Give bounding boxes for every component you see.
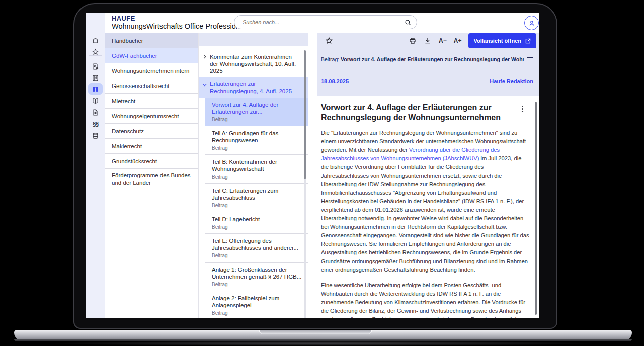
rail-divider <box>89 55 102 56</box>
document-tree: Kommentar zum Kontenrahmen der Wohnungsw… <box>199 33 308 318</box>
tree-header-strip <box>199 33 308 46</box>
product-name: WohnungsWirtschafts Office Professional <box>112 23 246 31</box>
nav-item-grundstuecksrecht[interactable]: Grundstücksrecht <box>105 154 198 169</box>
dictionary-book-icon[interactable] <box>88 95 103 106</box>
article-paragraph-2: Eine wesentliche Überarbeitung erfolgte … <box>321 281 529 318</box>
app-logo: HAUFE WohnungsWirtschafts Office Profess… <box>112 15 246 31</box>
article-title: Vorwort zur 4. Auflage der Erläuterungen… <box>321 103 521 123</box>
laptop-hinge-notch <box>259 330 372 334</box>
tree-subitem-teil-a[interactable]: Teil A: Grundlagen für das Rechnungswese… <box>205 126 308 154</box>
tree-item-kommentar[interactable]: Kommentar zum Kontenrahmen der Wohnungsw… <box>199 50 308 77</box>
category-nav: Handbücher GdW-Fachbücher Wohnungsuntern… <box>105 33 199 318</box>
breadcrumb: Beitrag: Vorwort zur 4. Auflage der Erlä… <box>321 56 524 62</box>
external-link-icon <box>525 38 531 44</box>
document-icon[interactable] <box>88 107 103 118</box>
tree-subitem-label: Teil D: Lagebericht <box>212 216 303 223</box>
content-toolbar: A− A+ Vollansicht öffnen <box>317 33 539 48</box>
tree-subitem-label: Teil B: Kontenrahmen der Wohnungswirtsch… <box>212 158 303 172</box>
paragraphs-icon[interactable]: §§ <box>88 119 103 130</box>
search-bar[interactable] <box>234 15 417 29</box>
content-panel: A− A+ Vollansicht öffnen Beitrag: Vorwor… <box>317 33 539 318</box>
address-book-icon[interactable] <box>88 72 103 83</box>
icon-rail: §§ <box>86 13 105 318</box>
database-icon[interactable] <box>88 130 103 141</box>
tree-scrollbar-thumb[interactable] <box>304 50 306 179</box>
tree-subitem-label: Vorwort zur 4. Auflage der Erläuterungen… <box>212 101 303 115</box>
tree-subitem-label: Anlage 1: Größenklassen der Unternehmen … <box>212 266 303 280</box>
font-smaller-button[interactable]: A− <box>439 37 447 44</box>
nav-item-wohnungsunternehmen-intern[interactable]: Wohnungsunternehmen intern <box>105 63 198 78</box>
document-date: 18.08.2025 <box>321 78 349 84</box>
nav-item-mietrecht[interactable]: Mietrecht <box>105 94 198 109</box>
laptop-shadow <box>45 341 599 346</box>
open-book-icon[interactable] <box>88 83 103 95</box>
tree-subitem-teil-e[interactable]: Teil E: Offenlegung des Jahresabschlusse… <box>205 233 308 262</box>
nav-item-handbuecher[interactable]: Handbücher <box>105 33 198 48</box>
tree-subitem-type: Beitrag <box>212 116 303 123</box>
fullview-label: Vollansicht öffnen <box>473 38 521 44</box>
tree-subitem-label: Anlage 2: Fallbeispiel zum Anlagenspiege… <box>212 295 303 309</box>
print-icon[interactable] <box>409 37 417 45</box>
tree-subitem-vorwort[interactable]: Vorwort zur 4. Auflage der Erläuterungen… <box>205 98 308 126</box>
tree-subitem-anlage-1[interactable]: Anlage 1: Größenklassen der Unternehmen … <box>205 262 308 291</box>
tree-subitem-label: Teil C: Erläuterungen zum Jahresabschlus… <box>212 187 303 201</box>
nav-item-foerderprogramme[interactable]: Förderprogramme des Bundes und der Lände… <box>105 169 198 189</box>
chevron-right-icon[interactable] <box>202 54 207 59</box>
nav-item-maklerrecht[interactable]: Maklerrecht <box>105 139 198 154</box>
tree-subitem-label: Teil A: Grundlagen für das Rechnungswese… <box>212 130 303 144</box>
nav-item-genossenschaftsrecht[interactable]: Genossenschaftsrecht <box>105 78 198 94</box>
tree-subitem-label: Teil E: Offenlegung des Jahresabschlusse… <box>212 237 303 251</box>
search-icon[interactable] <box>404 19 412 26</box>
nav-item-gdw-fachbuecher[interactable]: GdW-Fachbücher <box>105 48 198 63</box>
article-paragraph-1: Die "Erläuterungen zur Rechnungslegung d… <box>321 129 529 274</box>
bookmark-star-icon[interactable] <box>325 37 333 45</box>
article: Vorwort zur 4. Auflage der Erläuterungen… <box>317 96 539 318</box>
user-account-button[interactable] <box>524 16 539 30</box>
content-scrollbar-thumb[interactable] <box>535 102 537 315</box>
document-header: Beitrag: Vorwort zur 4. Auflage der Erlä… <box>317 48 539 96</box>
news-document-icon[interactable] <box>88 61 103 72</box>
fullview-button[interactable]: Vollansicht öffnen <box>468 33 536 48</box>
search-input[interactable] <box>242 19 404 26</box>
app-window: HAUFE WohnungsWirtschafts Office Profess… <box>86 13 539 318</box>
user-icon <box>528 19 536 27</box>
tree-list: Kommentar zum Kontenrahmen der Wohnungsw… <box>199 46 308 318</box>
tree-subitem-teil-c[interactable]: Teil C: Erläuterungen zum Jahresabschlus… <box>205 183 308 212</box>
laptop-mockup: HAUFE WohnungsWirtschafts Office Profess… <box>0 0 644 346</box>
tree-item-erlaeuterungen[interactable]: Erläuterungen zur Rechnungslegung, 4. Au… <box>199 77 308 98</box>
kebab-menu-icon[interactable] <box>522 106 523 107</box>
home-icon[interactable] <box>88 35 103 46</box>
chevron-down-icon[interactable] <box>202 82 207 88</box>
tree-subitem-teil-d[interactable]: Teil D: Lagebericht Beitrag <box>205 212 308 233</box>
brand-name: HAUFE <box>112 15 246 22</box>
tree-subitem-teil-b[interactable]: Teil B: Kontenrahmen der Wohnungswirtsch… <box>205 154 308 183</box>
document-author[interactable]: Haufe Redaktion <box>490 78 533 84</box>
nav-item-wohnungseigentumsrecht[interactable]: Wohnungseigentumsrecht <box>105 109 198 124</box>
download-icon[interactable] <box>424 37 432 45</box>
nav-item-datenschutz[interactable]: Datenschutz <box>105 124 198 139</box>
font-larger-button[interactable]: A+ <box>454 37 462 44</box>
tree-subitem-anlage-2[interactable]: Anlage 2: Fallbeispiel zum Anlagenspiege… <box>205 291 308 318</box>
app-header: HAUFE WohnungsWirtschafts Office Profess… <box>86 13 539 33</box>
collapse-minus-icon[interactable] <box>527 57 533 58</box>
article-body: Die "Erläuterungen zur Rechnungslegung d… <box>321 129 529 318</box>
